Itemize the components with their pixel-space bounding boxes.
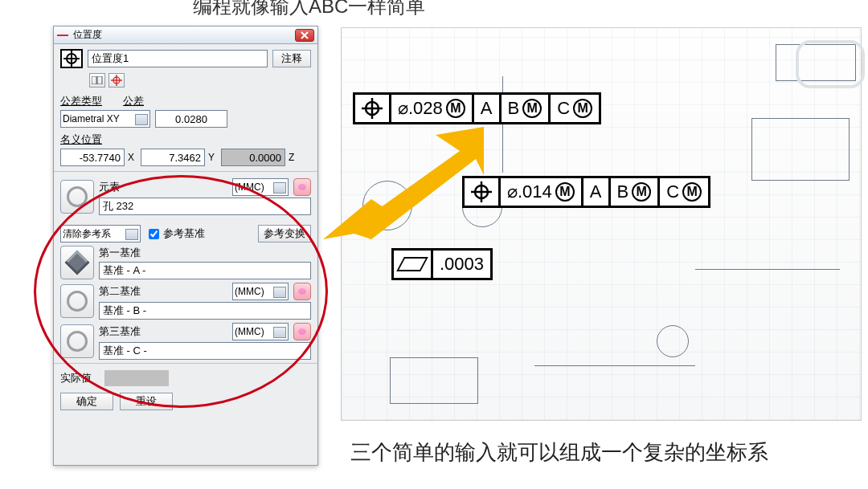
fcf1-d2: BM	[502, 95, 551, 122]
drawing-view: ⟋⟍ .001 A ⌀ .028M A BM CM ⌀ .014M A BM C…	[341, 27, 862, 421]
fcf1-tol: ⌀ .028M	[391, 95, 474, 122]
datum2-mmc-value: (MMC)	[235, 286, 264, 297]
datum3-select-button[interactable]	[60, 324, 94, 358]
tolerance-type-label: 公差类型	[60, 94, 102, 108]
fcf3-parallelism-icon	[394, 251, 433, 278]
page-caption-bottom: 三个简单的输入就可以组成一个复杂的坐标系	[350, 438, 768, 467]
fcf1-d3: CM	[551, 95, 599, 122]
nominal-x-input[interactable]	[60, 149, 125, 166]
fcf-row-3: .0003	[391, 248, 493, 280]
clear-ref-value: 清除参考系	[63, 227, 111, 241]
y-axis-label: Y	[208, 152, 215, 163]
fcf2-tol: ⌀ .014M	[501, 178, 583, 206]
element-select-button[interactable]	[60, 180, 94, 214]
close-button[interactable]	[295, 29, 314, 42]
fcf1-position-icon	[355, 95, 391, 122]
position-mode-icon[interactable]	[108, 73, 125, 88]
tolerance-type-value: Diametral XY	[63, 113, 120, 124]
fcf2-d2: BM	[611, 178, 661, 206]
nominal-y-input[interactable]	[141, 149, 205, 166]
element-mmc-value: (MMC)	[235, 181, 264, 193]
ok-button[interactable]: 确定	[60, 393, 113, 410]
datum3-label: 第三基准	[99, 324, 141, 339]
datum3-mmc-value: (MMC)	[235, 326, 264, 337]
ref-datum-checkbox-input[interactable]	[149, 229, 159, 239]
fcf2-d3: CM	[660, 178, 708, 206]
app-icon	[57, 31, 68, 39]
datum2-label: 第二基准	[99, 284, 141, 299]
dialog-titlebar: 位置度	[54, 26, 317, 44]
z-axis-label: Z	[289, 152, 294, 163]
datum3-mmc-select[interactable]: (MMC)	[232, 323, 289, 340]
actual-value-label: 实际值	[60, 371, 92, 385]
page-caption-top: 编程就像输入ABC一样简单	[193, 0, 425, 19]
ref-datum-checkbox[interactable]: 参考基准	[145, 226, 205, 242]
position-dialog: 位置度 注释 公差类型 公差 Diametral XY	[53, 26, 318, 466]
dialog-title: 位置度	[73, 28, 102, 42]
element-mmc-select[interactable]: (MMC)	[232, 178, 289, 196]
fcf1-d1: A	[474, 95, 502, 122]
datum3-input[interactable]	[99, 342, 311, 360]
element-name-input[interactable]	[99, 198, 311, 215]
fcf-row-1: ⌀ .028M A BM CM	[353, 92, 601, 124]
fcf-row-2: ⌀ .014M A BM CM	[462, 176, 710, 208]
datum1-select-button[interactable]	[60, 246, 94, 279]
nominal-position-label: 名义位置	[60, 132, 102, 147]
fcf3-val: .0003	[433, 251, 490, 278]
position-symbol-icon	[60, 49, 83, 68]
svg-rect-3	[92, 76, 96, 84]
datum3-color-icon[interactable]	[293, 323, 311, 340]
tolerance-label: 公差	[123, 94, 144, 108]
fcf2-d1: A	[583, 178, 611, 206]
actual-value-field	[104, 370, 169, 386]
tolerance-type-select[interactable]: Diametral XY	[60, 110, 150, 128]
datum1-input[interactable]	[99, 262, 311, 279]
clear-ref-select[interactable]: 清除参考系	[60, 225, 141, 242]
datum1-label: 第一基准	[99, 246, 311, 260]
tolerance-value-input[interactable]	[155, 110, 227, 128]
element-color-icon[interactable]	[293, 178, 311, 196]
svg-rect-4	[97, 76, 102, 84]
element-label: 元素	[99, 180, 120, 194]
ref-datum-label: 参考基准	[163, 226, 205, 241]
datum2-mmc-select[interactable]: (MMC)	[232, 283, 289, 300]
fcf2-position-icon	[465, 178, 501, 206]
ref-transform-button[interactable]: 参考变换	[258, 225, 311, 242]
datum2-color-icon[interactable]	[293, 283, 311, 300]
nominal-z-input[interactable]	[221, 149, 285, 166]
annotate-button[interactable]: 注释	[272, 50, 311, 67]
feature-name-input[interactable]	[88, 50, 268, 67]
fcf-mode-icon[interactable]	[89, 73, 105, 88]
reset-button[interactable]: 重设	[120, 393, 173, 410]
x-axis-label: X	[128, 152, 134, 163]
datum2-input[interactable]	[99, 302, 311, 320]
watermark-o-icon	[796, 40, 865, 88]
datum2-select-button[interactable]	[60, 284, 94, 318]
